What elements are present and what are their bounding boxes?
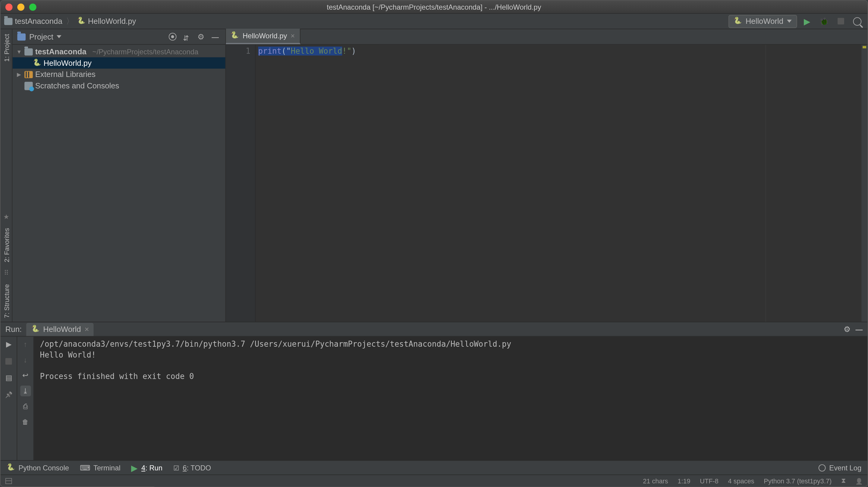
tool-favorites-tab[interactable]: 2: Favorites (1, 224, 11, 265)
python-file-icon (734, 17, 742, 25)
layout-button[interactable] (3, 372, 14, 383)
tree-extlib-label: External Libraries (35, 70, 96, 79)
status-bar: 21 chars 1:19 UTF-8 4 spaces Python 3.7 … (1, 475, 867, 487)
terminal-icon (80, 463, 90, 472)
memory-indicator-icon[interactable] (855, 477, 863, 484)
search-icon (853, 17, 862, 25)
stop-button[interactable] (834, 15, 847, 28)
status-chars: 21 chars (643, 477, 668, 484)
locate-button[interactable] (167, 31, 178, 42)
window-controls (5, 3, 36, 10)
collapse-all-button[interactable] (181, 31, 192, 42)
rerun-button[interactable]: ▶ (3, 339, 14, 350)
down-stack-button[interactable] (20, 354, 31, 365)
run-button[interactable]: ▶ (801, 15, 814, 28)
scratches-icon (24, 82, 33, 90)
breadcrumb-project-label: testAnaconda (15, 17, 62, 26)
editor-tab-hello[interactable]: HelloWorld.py × (226, 29, 300, 44)
stop-run-button[interactable] (3, 356, 14, 367)
editor-tab-label: HelloWorld.py (243, 32, 287, 40)
debug-button[interactable] (817, 15, 831, 28)
python-file-icon (31, 325, 40, 334)
tree-scratches[interactable]: Scratches and Consoles (13, 80, 225, 91)
soft-wrap-button[interactable] (20, 370, 31, 381)
console-output[interactable]: /opt/anaconda3/envs/test1py3.7/bin/pytho… (34, 337, 867, 460)
breadcrumb-project[interactable]: testAnaconda (4, 17, 62, 26)
terminal-tab[interactable]: Terminal (80, 463, 121, 472)
run-tab[interactable]: ▶ 4: Run (131, 463, 162, 472)
project-tool-window: Project testAnaconda ~/PycharmProjects/t… (13, 29, 226, 322)
minimize-window-button[interactable] (17, 3, 24, 10)
status-caret-position[interactable]: 1:19 (678, 477, 690, 484)
tree-root-name: testAnaconda (35, 47, 87, 56)
line-number-gutter: 1 (226, 45, 256, 322)
run-tab-label: HelloWorld (43, 325, 81, 334)
python-file-icon (230, 32, 239, 40)
scroll-to-end-button[interactable] (20, 385, 31, 397)
tree-root-path: ~/PycharmProjects/testAnaconda (93, 47, 198, 56)
tree-external-libraries[interactable]: External Libraries (13, 68, 225, 80)
breadcrumb-file[interactable]: HelloWorld.py (77, 17, 136, 26)
tool-structure-tab[interactable]: 7: Structure (1, 281, 11, 322)
up-stack-button[interactable] (20, 339, 31, 350)
titlebar: testAnaconda [~/PycharmProjects/testAnac… (1, 1, 867, 14)
stop-icon (5, 358, 12, 365)
left-tool-stripe: 1: Project ★ 2: Favorites ⠿ 7: Structure (1, 29, 13, 322)
structure-icon: ⠿ (4, 269, 9, 277)
python-console-tab[interactable]: Python Console (7, 463, 69, 472)
window-title: testAnaconda [~/PycharmProjects/testAnac… (1, 3, 867, 11)
run-tool-header: Run: HelloWorld × (1, 322, 867, 337)
editor-tabs: HelloWorld.py × (226, 29, 867, 45)
close-tab-button[interactable]: × (290, 32, 295, 40)
event-log-tab[interactable]: Event Log (818, 463, 862, 472)
run-left-toolbar: ▶ (1, 337, 17, 460)
search-everywhere-button[interactable] (851, 15, 864, 28)
chevron-down-icon (57, 35, 62, 38)
clear-all-button[interactable] (20, 417, 31, 428)
run-config-label: HelloWorld (746, 17, 783, 26)
target-icon (168, 33, 176, 41)
tool-project-tab[interactable]: 1: Project (1, 30, 11, 65)
status-encoding[interactable]: UTF-8 (700, 477, 718, 484)
maximize-window-button[interactable] (29, 3, 36, 10)
status-interpreter[interactable]: Python 3.7 (test1py3.7) (764, 477, 832, 484)
run-tab-hello[interactable]: HelloWorld × (27, 322, 94, 336)
folder-icon (4, 18, 13, 25)
expand-arrow-icon[interactable] (16, 49, 22, 55)
line-number-1: 1 (226, 46, 250, 57)
tree-root[interactable]: testAnaconda ~/PycharmProjects/testAnaco… (13, 46, 225, 57)
error-stripe[interactable] (861, 45, 867, 322)
run-settings-button[interactable] (844, 325, 851, 334)
hide-button[interactable] (210, 31, 221, 42)
run-label: Run: (5, 325, 22, 334)
editor-area: HelloWorld.py × 1 print("Hello World!") (226, 29, 867, 322)
tree-scratches-label: Scratches and Consoles (35, 81, 119, 90)
python-file-icon (33, 59, 41, 67)
python-file-icon (77, 17, 86, 25)
project-tree[interactable]: testAnaconda ~/PycharmProjects/testAnaco… (13, 45, 225, 322)
star-icon: ★ (3, 213, 9, 221)
project-view-label: Project (29, 32, 53, 41)
run-config-selector[interactable]: HelloWorld (728, 15, 797, 28)
expand-arrow-icon[interactable] (16, 71, 22, 77)
background-tasks-icon[interactable] (841, 477, 846, 485)
close-run-tab-button[interactable]: × (85, 325, 89, 334)
hide-run-button[interactable] (855, 325, 863, 334)
chevron-down-icon (787, 20, 792, 23)
print-button[interactable] (20, 401, 31, 412)
close-window-button[interactable] (5, 3, 13, 10)
pin-button[interactable] (3, 389, 14, 400)
tree-file-hello[interactable]: HelloWorld.py (13, 57, 225, 69)
code-content[interactable]: print("Hello World!") (256, 45, 867, 322)
status-indent[interactable]: 4 spaces (728, 477, 754, 484)
settings-button[interactable] (195, 31, 207, 42)
project-view-selector[interactable]: Project (17, 32, 61, 41)
breadcrumb-file-label: HelloWorld.py (88, 17, 136, 26)
toolbar-right: HelloWorld ▶ (728, 15, 864, 28)
tool-windows-button[interactable] (5, 478, 12, 484)
right-margin-line (766, 45, 766, 322)
code-line-1[interactable]: print("Hello World!") (258, 46, 865, 57)
editor-body[interactable]: 1 print("Hello World!") (226, 45, 867, 322)
warning-marker-icon[interactable] (863, 46, 866, 48)
todo-tab[interactable]: 6: TODO (173, 463, 211, 472)
